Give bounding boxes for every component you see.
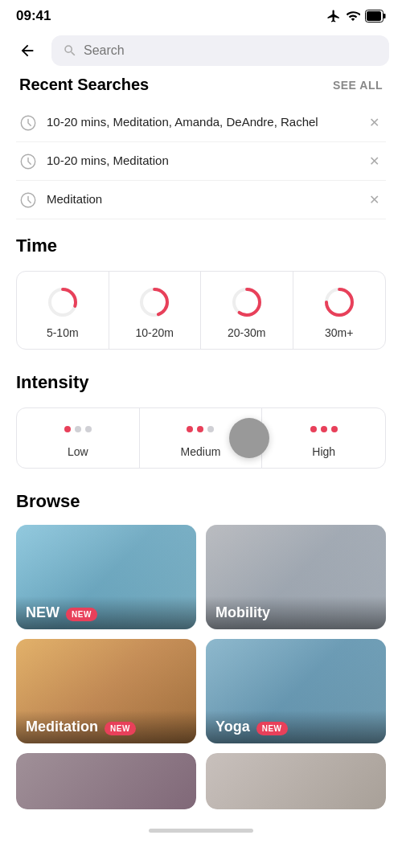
browse-card-meditation[interactable]: Meditation NEW: [16, 639, 196, 743]
recent-searches-title: Recent Searches: [19, 76, 149, 94]
clock-icon-2: [19, 191, 37, 209]
low-dot-3: [85, 426, 92, 432]
back-arrow-icon: [18, 42, 36, 59]
browse-card-label-yoga: Yoga: [215, 719, 250, 735]
donut-0: [45, 285, 80, 320]
recent-search-item-1[interactable]: 10-20 mins, Meditation ✕: [16, 142, 386, 181]
medium-dots: [187, 421, 214, 437]
svg-rect-2: [384, 14, 386, 18]
battery-icon: [365, 10, 386, 23]
low-dots: [64, 421, 92, 437]
intensity-item-low[interactable]: Low: [17, 408, 140, 468]
high-dots: [310, 421, 338, 437]
clock-icon-0: [19, 114, 37, 132]
time-item-3[interactable]: 30m+: [293, 272, 386, 349]
browse-partial-row: [16, 753, 386, 809]
donut-3: [322, 285, 357, 320]
time-title: Time: [16, 235, 386, 256]
intensity-label-high: High: [312, 445, 335, 458]
search-icon: [63, 43, 77, 58]
recent-close-2[interactable]: ✕: [365, 190, 383, 208]
intensity-section: Intensity Low Medium: [0, 369, 402, 469]
browse-card-overlay-mobility: Mobility: [206, 596, 386, 629]
recent-search-item-0[interactable]: 10-20 mins, Meditation, Amanda, DeAndre,…: [16, 104, 386, 142]
recent-close-0[interactable]: ✕: [365, 113, 383, 131]
recent-text-2: Meditation: [47, 190, 355, 207]
donut-2: [229, 285, 265, 320]
status-icons: [326, 9, 386, 23]
new-badge-yoga: NEW: [256, 722, 288, 735]
time-item-1[interactable]: 10-20m: [109, 272, 202, 349]
intensity-title: Intensity: [16, 372, 386, 393]
browse-card-overlay-meditation: Meditation NEW: [16, 710, 196, 743]
clock-icon-1: [19, 153, 37, 170]
low-dot-2: [75, 426, 81, 432]
time-label-1: 10-20m: [136, 326, 174, 339]
intensity-slider-thumb[interactable]: [229, 418, 269, 458]
browse-card-label-mobility: Mobility: [215, 604, 270, 621]
browse-card-label-new: NEW: [26, 604, 59, 621]
medium-dot-2: [197, 426, 203, 432]
browse-card-label-meditation: Meditation: [26, 719, 98, 735]
browse-partial-card-0[interactable]: [16, 753, 196, 809]
wifi-icon: [346, 9, 360, 23]
time-grid: 5-10m 10-20m 20-30m 30m+: [16, 271, 386, 350]
time-section: Time 5-10m 10-20m 20-30m: [0, 219, 402, 350]
svg-rect-1: [367, 11, 381, 21]
time-label-2: 20-30m: [228, 326, 265, 339]
low-dot-1: [64, 426, 71, 432]
browse-card-mobility[interactable]: Mobility: [206, 525, 386, 629]
time-item-2[interactable]: 20-30m: [201, 272, 293, 349]
recent-close-1[interactable]: ✕: [365, 152, 383, 170]
browse-title: Browse: [16, 491, 386, 512]
recent-text-1: 10-20 mins, Meditation: [47, 152, 355, 169]
intensity-label-low: Low: [68, 445, 88, 458]
browse-card-overlay-yoga: Yoga NEW: [206, 710, 386, 743]
recent-text-0: 10-20 mins, Meditation, Amanda, DeAndre,…: [47, 113, 355, 130]
high-dot-2: [321, 426, 327, 432]
home-bar: [149, 829, 253, 833]
medium-dot-3: [207, 426, 214, 432]
browse-section: Browse NEW NEW Mobility Meditation: [0, 488, 402, 809]
recent-searches-section: Recent Searches SEE ALL 10-20 mins, Medi…: [0, 76, 402, 219]
browse-card-overlay-new: NEW NEW: [16, 596, 196, 629]
medium-dot-1: [187, 426, 193, 432]
time-item-0[interactable]: 5-10m: [17, 272, 109, 349]
new-badge-new-card: NEW: [66, 608, 97, 621]
intensity-label-medium: Medium: [181, 445, 221, 458]
time-label-3: 30m+: [325, 326, 353, 339]
browse-grid: NEW NEW Mobility Meditation NEW: [16, 525, 386, 743]
donut-1: [137, 285, 172, 320]
intensity-item-medium[interactable]: Medium: [140, 408, 263, 468]
search-bar-container: [0, 29, 402, 76]
browse-card-new[interactable]: NEW NEW: [16, 525, 196, 629]
browse-card-yoga[interactable]: Yoga NEW: [206, 639, 386, 743]
airplane-icon: [326, 9, 341, 23]
search-input-wrap[interactable]: [51, 35, 389, 66]
high-dot-1: [310, 426, 317, 432]
recent-searches-header: Recent Searches SEE ALL: [16, 76, 386, 94]
intensity-grid: Low Medium High: [16, 407, 386, 469]
home-indicator: [0, 822, 402, 836]
intensity-item-high[interactable]: High: [262, 408, 385, 468]
recent-search-item-2[interactable]: Meditation ✕: [16, 181, 386, 219]
status-time: 09:41: [16, 8, 51, 24]
browse-partial-card-1[interactable]: [206, 753, 386, 809]
new-badge-meditation: NEW: [105, 722, 136, 735]
back-button[interactable]: [13, 36, 42, 65]
search-input[interactable]: [84, 43, 378, 58]
time-label-0: 5-10m: [47, 326, 79, 339]
high-dot-3: [331, 426, 338, 432]
status-bar: 09:41: [0, 0, 402, 29]
see-all-button[interactable]: SEE ALL: [333, 79, 383, 92]
